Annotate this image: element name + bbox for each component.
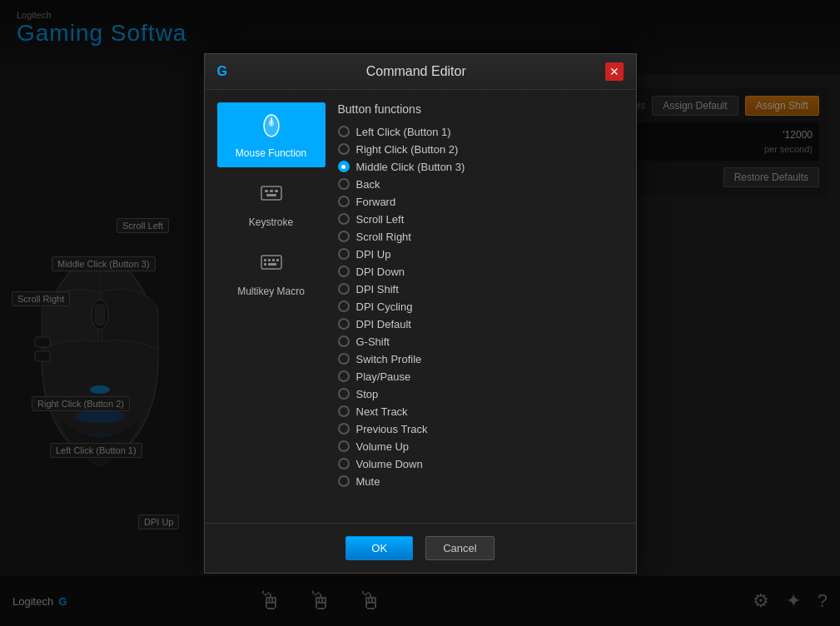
radio-label-dpi-shift: DPI Shift — [356, 283, 399, 296]
modal-body: Mouse Function Keystroke — [205, 90, 636, 523]
radio-circle-dpi-default — [338, 318, 350, 330]
radio-circle-switch-profile — [338, 353, 350, 365]
radio-item-dpi-down[interactable]: DPI Down — [338, 266, 624, 278]
radio-item-middle-click[interactable]: Middle Click (Button 3) — [338, 161, 624, 173]
radio-circle-previous-track — [338, 423, 350, 435]
radio-circle-g-shift — [338, 335, 350, 347]
radio-item-volume-down[interactable]: Volume Down — [338, 458, 624, 470]
modal-header: G Command Editor ✕ — [205, 54, 636, 90]
radio-circle-middle-click — [338, 161, 350, 172]
radio-label-middle-click: Middle Click (Button 3) — [356, 161, 465, 173]
radio-label-volume-up: Volume Up — [356, 440, 410, 453]
radio-circle-forward — [338, 196, 350, 207]
radio-item-stop[interactable]: Stop — [338, 388, 624, 400]
radio-label-volume-down: Volume Down — [356, 458, 423, 470]
radio-label-scroll-right: Scroll Right — [356, 231, 411, 243]
radio-item-dpi-shift[interactable]: DPI Shift — [338, 283, 624, 296]
radio-circle-right-click — [338, 143, 350, 155]
modal-footer: OK Cancel — [205, 523, 636, 573]
sidebar-item-mouse-function[interactable]: Mouse Function — [217, 102, 326, 167]
ok-button[interactable]: OK — [345, 536, 413, 560]
svg-rect-14 — [270, 190, 273, 192]
modal-close-button[interactable]: ✕ — [605, 62, 624, 81]
radio-circle-play-pause — [338, 370, 350, 382]
radio-circle-scroll-right — [338, 231, 350, 242]
radio-item-mute[interactable]: Mute — [338, 475, 624, 488]
modal-logo-icon: G — [217, 64, 227, 79]
cancel-button[interactable]: Cancel — [425, 536, 494, 560]
radio-item-dpi-up[interactable]: DPI Up — [338, 248, 624, 261]
mouse-function-icon — [258, 111, 285, 142]
radio-circle-next-track — [338, 405, 350, 417]
sidebar-item-multikey-macro[interactable]: Multikey Macro — [217, 241, 326, 306]
radio-label-stop: Stop — [356, 388, 379, 400]
radio-item-forward[interactable]: Forward — [338, 196, 624, 208]
command-editor-modal: G Command Editor ✕ — [204, 53, 637, 574]
radio-item-dpi-cycling[interactable]: DPI Cycling — [338, 301, 624, 313]
radio-label-right-click: Right Click (Button 2) — [356, 143, 459, 156]
radio-circle-volume-down — [338, 458, 350, 470]
radio-item-back[interactable]: Back — [338, 178, 624, 191]
radio-item-switch-profile[interactable]: Switch Profile — [338, 353, 624, 365]
radio-circle-dpi-up — [338, 248, 350, 260]
radio-label-dpi-down: DPI Down — [356, 266, 405, 278]
radio-item-previous-track[interactable]: Previous Track — [338, 423, 624, 435]
radio-circle-dpi-shift — [338, 283, 350, 295]
radio-label-dpi-cycling: DPI Cycling — [356, 301, 413, 313]
svg-rect-18 — [264, 259, 266, 261]
svg-rect-17 — [261, 256, 281, 269]
modal-content: Button functions Left Click (Button 1)Ri… — [338, 102, 624, 510]
keystroke-label: Keystroke — [249, 216, 293, 228]
svg-rect-21 — [276, 259, 279, 261]
radio-circle-volume-up — [338, 440, 350, 452]
svg-point-11 — [269, 120, 274, 127]
radio-item-right-click[interactable]: Right Click (Button 2) — [338, 143, 624, 156]
section-title: Button functions — [338, 102, 624, 116]
radio-label-back: Back — [356, 178, 380, 191]
svg-rect-20 — [272, 259, 275, 261]
multikey-macro-label: Multikey Macro — [237, 286, 305, 297]
modal-overlay: G Command Editor ✕ — [0, 0, 840, 626]
svg-rect-19 — [268, 259, 271, 261]
radio-label-scroll-left: Scroll Left — [356, 213, 405, 226]
svg-rect-22 — [264, 263, 266, 266]
app-background: Logitech Gaming Softwa — [0, 0, 840, 626]
radio-item-left-click[interactable]: Left Click (Button 1) — [338, 126, 624, 138]
multikey-macro-icon — [258, 249, 285, 281]
radio-label-play-pause: Play/Pause — [356, 370, 411, 383]
radio-circle-stop — [338, 388, 350, 400]
svg-rect-15 — [275, 190, 278, 192]
radio-label-next-track: Next Track — [356, 405, 408, 418]
radio-item-g-shift[interactable]: G-Shift — [338, 335, 624, 348]
radio-label-previous-track: Previous Track — [356, 423, 428, 435]
radio-label-g-shift: G-Shift — [356, 335, 390, 348]
radio-item-dpi-default[interactable]: DPI Default — [338, 318, 624, 330]
mouse-function-label: Mouse Function — [236, 147, 306, 159]
radio-circle-left-click — [338, 126, 350, 137]
radio-item-scroll-right[interactable]: Scroll Right — [338, 231, 624, 243]
radio-item-scroll-left[interactable]: Scroll Left — [338, 213, 624, 226]
radio-item-next-track[interactable]: Next Track — [338, 405, 624, 418]
radio-label-switch-profile: Switch Profile — [356, 353, 422, 365]
button-functions-list: Left Click (Button 1)Right Click (Button… — [338, 126, 624, 488]
svg-rect-16 — [266, 194, 276, 196]
radio-circle-mute — [338, 475, 350, 487]
svg-rect-12 — [261, 186, 281, 200]
radio-label-dpi-up: DPI Up — [356, 248, 391, 261]
radio-circle-scroll-left — [338, 213, 350, 225]
radio-circle-dpi-down — [338, 266, 350, 277]
radio-circle-back — [338, 178, 350, 190]
sidebar-item-keystroke[interactable]: Keystroke — [217, 171, 326, 236]
modal-title: Command Editor — [236, 64, 597, 79]
radio-label-forward: Forward — [356, 196, 396, 208]
radio-label-dpi-default: DPI Default — [356, 318, 411, 330]
svg-rect-23 — [268, 263, 276, 266]
radio-label-mute: Mute — [356, 475, 380, 488]
radio-item-play-pause[interactable]: Play/Pause — [338, 370, 624, 383]
radio-item-volume-up[interactable]: Volume Up — [338, 440, 624, 453]
radio-label-left-click: Left Click (Button 1) — [356, 126, 451, 138]
svg-rect-13 — [265, 190, 268, 192]
radio-circle-dpi-cycling — [338, 301, 350, 312]
keystroke-icon — [258, 180, 285, 211]
modal-sidebar: Mouse Function Keystroke — [217, 102, 326, 510]
